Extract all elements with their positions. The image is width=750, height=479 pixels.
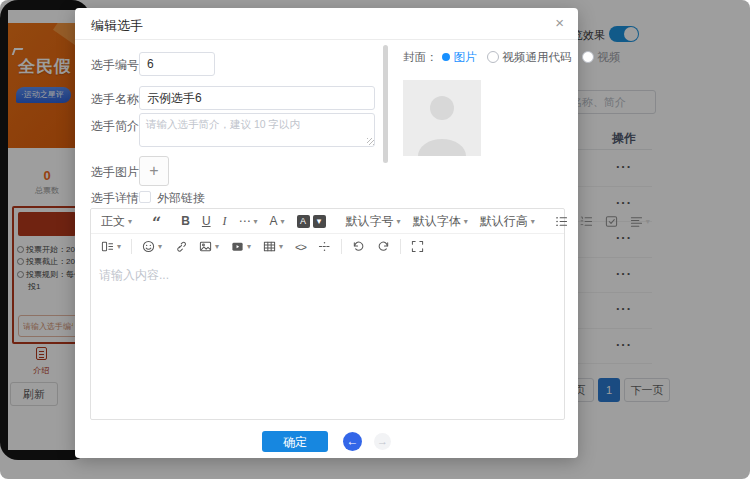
chevron-down-icon: ▾ [247, 242, 251, 251]
radio-icon [487, 51, 499, 63]
line-height-select-glyph: 默认行高 [480, 213, 528, 230]
line-height-select[interactable]: 默认行高▾ [474, 211, 541, 232]
cover-label: 封面： [403, 50, 438, 65]
radio-icon [582, 51, 594, 63]
quote-button-glyph: “ [152, 219, 161, 229]
font-family-select-glyph: 默认字体 [413, 213, 461, 230]
editor-toolbar-row2: ▾▾▾▾▾<> [91, 234, 564, 259]
font-color-button-glyph: A [270, 214, 278, 228]
font-size-select[interactable]: 默认字号▾ [340, 211, 407, 232]
rich-text-editor: 正文▾“BUI⋯▾A▾A▾默认字号▾默认字体▾默认行高▾▾ ▾▾▾▾▾<> 请输… [90, 208, 565, 420]
redo-button[interactable] [371, 236, 396, 257]
chevron-down-icon: ▾ [313, 215, 326, 228]
todo-list-button[interactable] [599, 211, 624, 232]
toolbar-separator [341, 239, 342, 254]
cover-option-label: 图片 [454, 50, 477, 65]
align-icon [630, 215, 643, 228]
emoji-icon [142, 240, 155, 253]
bg-color-button[interactable]: A▾ [291, 211, 332, 232]
undo-button[interactable] [346, 236, 371, 257]
divider-button[interactable] [312, 236, 337, 257]
todo-list-icon [605, 215, 618, 228]
bold-button[interactable]: B [175, 211, 196, 232]
confirm-button[interactable]: 确定 [262, 431, 328, 452]
indent-button[interactable]: ▾ [95, 236, 127, 257]
font-color-button[interactable]: A▾ [264, 211, 291, 232]
editor-toolbar-row1: 正文▾“BUI⋯▾A▾A▾默认字号▾默认字体▾默认行高▾▾ [91, 209, 564, 234]
video-button[interactable]: ▾ [225, 236, 257, 257]
bold-button-glyph: B [181, 214, 190, 228]
player-name-label: 选手名称 [91, 91, 139, 108]
chevron-down-icon: ▾ [215, 242, 219, 251]
external-link-label: 外部链接 [157, 190, 205, 207]
more-format-button[interactable]: ⋯▾ [233, 211, 264, 232]
next-player-button[interactable]: → [374, 433, 391, 450]
cover-option-1[interactable]: 图片 [442, 50, 477, 65]
quote-button[interactable]: “ [146, 211, 167, 232]
ordered-list-icon [580, 215, 593, 228]
italic-button-glyph: I [223, 214, 227, 229]
bullet-list-icon [555, 215, 568, 228]
ordered-list-button[interactable] [574, 211, 599, 232]
player-name-input[interactable] [139, 86, 375, 110]
player-number-input[interactable] [139, 52, 215, 76]
image-button[interactable]: ▾ [193, 236, 225, 257]
cover-option-label: 视频通用代码 [503, 50, 572, 65]
toolbar-separator [400, 239, 401, 254]
align-button[interactable]: ▾ [624, 211, 656, 232]
player-intro-textarea[interactable] [139, 113, 375, 147]
fullscreen-icon [411, 240, 424, 253]
resize-handle-icon[interactable] [367, 138, 374, 145]
chevron-down-icon: ▾ [279, 242, 283, 251]
player-detail-label: 选手详情 [91, 190, 139, 207]
undo-icon [352, 240, 365, 253]
edit-player-modal: 编辑选手 × 选手编号 选手名称 选手简介 选手图片 + 选手详情 外部链接 封… [75, 8, 578, 458]
cover-option-3[interactable]: 视频 [582, 50, 621, 65]
bullet-list-button[interactable] [549, 211, 574, 232]
page-root: 全民假 ·运动之星评 0 总票数 投票开始：2025投票截止：2025投票规则：… [0, 0, 750, 479]
external-link-checkbox[interactable] [139, 191, 151, 203]
cover-option-2[interactable]: 视频通用代码 [487, 50, 572, 65]
bg-color-button-glyph: A [297, 215, 310, 228]
code-button[interactable]: <> [289, 236, 312, 257]
cover-options-row: 封面： 图片视频通用代码视频 [403, 50, 631, 64]
editor-content-area[interactable]: 请输入内容... [91, 259, 564, 419]
paragraph-select[interactable]: 正文▾ [95, 211, 138, 232]
italic-button[interactable]: I [217, 211, 233, 232]
chevron-down-icon: ▾ [397, 217, 401, 226]
fullscreen-button[interactable] [405, 236, 430, 257]
underline-button-glyph: U [202, 214, 211, 228]
chevron-down-icon: ▾ [464, 217, 468, 226]
font-family-select[interactable]: 默认字体▾ [407, 211, 474, 232]
link-button[interactable] [168, 236, 193, 257]
paragraph-select-glyph: 正文 [101, 213, 125, 230]
image-upload-button[interactable]: + [139, 156, 169, 186]
image-icon [199, 240, 212, 253]
prev-player-button[interactable]: ← [343, 432, 362, 451]
font-size-select-glyph: 默认字号 [346, 213, 394, 230]
chevron-down-icon: ▾ [117, 242, 121, 251]
player-image-label: 选手图片 [91, 164, 139, 181]
close-icon[interactable]: × [555, 15, 564, 30]
chevron-down-icon: ▾ [531, 217, 535, 226]
player-intro-label: 选手简介 [91, 118, 139, 135]
underline-button[interactable]: U [196, 211, 217, 232]
radio-selected-icon [442, 53, 450, 61]
modal-header: 编辑选手 × [75, 8, 578, 40]
chevron-down-icon: ▾ [158, 242, 162, 251]
cover-option-label: 视频 [598, 50, 621, 65]
redo-icon [377, 240, 390, 253]
cover-image-placeholder[interactable] [403, 80, 481, 156]
table-button[interactable]: ▾ [257, 236, 289, 257]
indent-icon [101, 240, 114, 253]
form-scrollbar[interactable] [383, 45, 388, 163]
link-icon [174, 240, 187, 253]
divider-icon [318, 240, 331, 253]
person-silhouette-icon [403, 80, 481, 156]
modal-footer: 确定 ← → [75, 428, 578, 458]
code-button-glyph: <> [295, 241, 306, 253]
cover-options: 图片视频通用代码视频 [442, 50, 631, 65]
player-number-label: 选手编号 [91, 57, 139, 74]
modal-title: 编辑选手 [91, 17, 143, 35]
emoji-button[interactable]: ▾ [136, 236, 168, 257]
